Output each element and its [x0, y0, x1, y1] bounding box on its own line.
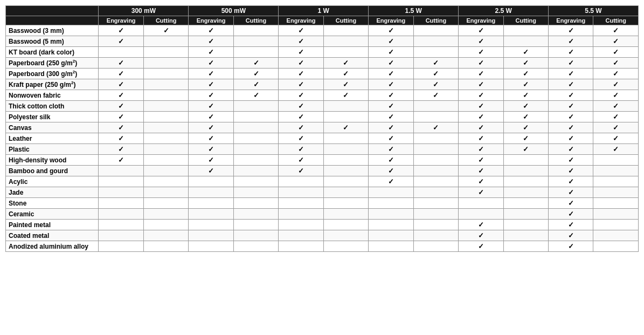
- data-cell: ✓: [593, 112, 639, 122]
- material-cell: Bamboo and gourd: [6, 166, 99, 176]
- data-cell: ✓: [369, 79, 413, 90]
- checkmark-icon: ✓: [298, 124, 304, 132]
- table-row: High-density wood✓✓✓✓✓✓: [6, 155, 639, 166]
- data-cell: ✓: [503, 90, 548, 101]
- data-cell: [459, 209, 503, 220]
- data-cell: [233, 220, 278, 230]
- data-cell: [143, 133, 188, 144]
- data-cell: [593, 166, 639, 176]
- checkmark-icon: ✓: [433, 91, 439, 99]
- checkmark-icon: ✓: [118, 59, 124, 67]
- data-cell: ✓: [233, 58, 278, 69]
- checkmark-icon: ✓: [613, 145, 619, 153]
- data-cell: ✓: [593, 133, 639, 144]
- data-cell: [233, 25, 278, 36]
- checkmark-icon: ✓: [478, 80, 484, 88]
- data-cell: [593, 155, 639, 166]
- data-cell: [233, 241, 278, 252]
- power-5-5w: 5.5 W: [549, 6, 639, 16]
- table-row: Leather✓✓✓✓✓✓✓✓: [6, 133, 639, 144]
- checkmark-icon: ✓: [253, 91, 259, 99]
- material-cell: Paperboard (250 g/m2): [6, 58, 99, 69]
- checkmark-icon: ✓: [568, 134, 574, 142]
- data-cell: [143, 112, 188, 122]
- data-cell: ✓: [233, 69, 278, 79]
- checkmark-icon: ✓: [523, 80, 529, 88]
- data-cell: [413, 230, 458, 241]
- material-cell: Plastic: [6, 144, 99, 155]
- data-cell: ✓: [369, 166, 413, 176]
- data-cell: [143, 122, 188, 133]
- checkmark-icon: ✓: [298, 70, 304, 78]
- data-cell: [279, 187, 323, 198]
- data-cell: ✓: [189, 122, 233, 133]
- data-cell: ✓: [593, 36, 639, 47]
- data-cell: ✓: [549, 209, 593, 220]
- table-row: Acylic✓✓✓: [6, 176, 639, 187]
- data-cell: ✓: [279, 58, 323, 69]
- data-cell: [99, 220, 143, 230]
- data-cell: ✓: [369, 90, 413, 101]
- data-cell: ✓: [459, 79, 503, 90]
- data-cell: ✓: [459, 166, 503, 176]
- data-cell: ✓: [459, 101, 503, 112]
- power-2-5w: 2.5 W: [459, 6, 549, 16]
- data-cell: [459, 198, 503, 209]
- data-cell: ✓: [99, 58, 143, 69]
- data-cell: [413, 112, 458, 122]
- material-cell: Painted metal: [6, 220, 99, 230]
- checkmark-icon: ✓: [523, 113, 529, 121]
- table-row: Canvas✓✓✓✓✓✓✓✓✓✓: [6, 122, 639, 133]
- checkmark-icon: ✓: [523, 70, 529, 78]
- data-cell: ✓: [189, 112, 233, 122]
- checkmark-icon: ✓: [613, 48, 619, 56]
- data-cell: ✓: [459, 187, 503, 198]
- data-cell: ✓: [459, 155, 503, 166]
- data-cell: [323, 36, 368, 47]
- checkmark-icon: ✓: [613, 102, 619, 110]
- data-cell: ✓: [99, 155, 143, 166]
- data-cell: [143, 69, 188, 79]
- data-cell: ✓: [549, 144, 593, 155]
- data-cell: ✓: [99, 112, 143, 122]
- data-cell: ✓: [189, 155, 233, 166]
- material-cell: Anodized aluminium alloy: [6, 241, 99, 252]
- data-cell: ✓: [459, 220, 503, 230]
- data-cell: ✓: [503, 101, 548, 112]
- data-cell: ✓: [413, 79, 458, 90]
- material-cell: Basswood (5 mm): [6, 36, 99, 47]
- data-cell: [189, 176, 233, 187]
- data-cell: ✓: [369, 176, 413, 187]
- data-cell: ✓: [459, 25, 503, 36]
- data-cell: [413, 133, 458, 144]
- data-cell: ✓: [549, 230, 593, 241]
- data-cell: ✓: [369, 25, 413, 36]
- data-cell: ✓: [593, 25, 639, 36]
- checkmark-icon: ✓: [298, 59, 304, 67]
- data-cell: [323, 209, 368, 220]
- data-cell: ✓: [369, 144, 413, 155]
- data-cell: ✓: [323, 90, 368, 101]
- data-cell: ✓: [99, 69, 143, 79]
- checkmark-icon: ✓: [613, 80, 619, 88]
- data-cell: [233, 101, 278, 112]
- checkmark-icon: ✓: [388, 80, 394, 88]
- data-cell: [233, 176, 278, 187]
- data-cell: [143, 58, 188, 69]
- checkmark-icon: ✓: [478, 37, 484, 45]
- data-cell: ✓: [369, 69, 413, 79]
- power-1w: 1 W: [279, 6, 369, 16]
- data-cell: [279, 220, 323, 230]
- checkmark-icon: ✓: [118, 134, 124, 142]
- data-cell: ✓: [593, 101, 639, 112]
- material-cell: Paperboard (300 g/m2): [6, 69, 99, 79]
- data-cell: ✓: [279, 79, 323, 90]
- checkmark-icon: ✓: [298, 102, 304, 110]
- checkmark-icon: ✓: [118, 156, 124, 164]
- data-cell: ✓: [189, 36, 233, 47]
- data-cell: ✓: [549, 58, 593, 69]
- data-cell: [413, 144, 458, 155]
- data-cell: [143, 79, 188, 90]
- checkmark-icon: ✓: [478, 124, 484, 132]
- data-cell: ✓: [369, 133, 413, 144]
